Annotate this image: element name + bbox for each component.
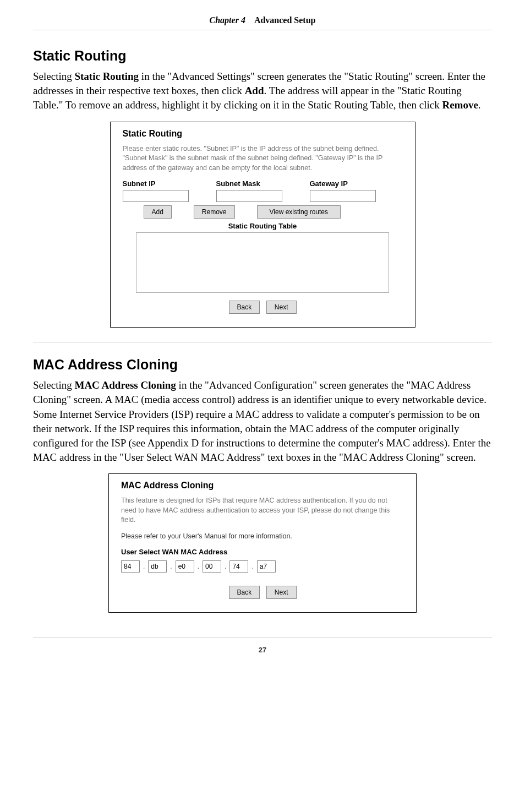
static-routing-table[interactable] — [136, 232, 389, 293]
mac-cloning-screenshot: MAC Address Cloning This feature is desi… — [108, 473, 417, 613]
section2-paragraph: Selecting MAC Address Cloning in the "Ad… — [33, 378, 492, 465]
next-button[interactable]: Next — [266, 301, 297, 314]
mac-octet-2[interactable] — [148, 560, 167, 573]
mac-address-fields: . . . . . — [121, 560, 404, 573]
chapter-title: Advanced Setup — [254, 15, 316, 25]
page-number: 27 — [259, 646, 266, 654]
mac-octet-3[interactable] — [176, 560, 194, 573]
shot-title: Static Routing — [123, 129, 403, 139]
mac-octet-6[interactable] — [257, 560, 276, 573]
subnet-ip-label: Subnet IP — [123, 179, 189, 188]
remove-button[interactable]: Remove — [194, 205, 235, 219]
static-routing-table-label: Static Routing Table — [123, 222, 403, 230]
subnet-mask-input[interactable] — [216, 190, 282, 202]
divider — [33, 30, 492, 30]
gateway-ip-input[interactable] — [310, 190, 376, 202]
gateway-ip-label: Gateway IP — [310, 179, 376, 188]
user-select-wan-mac-label: User Select WAN MAC Address — [121, 548, 404, 556]
section-heading-static-routing: Static Routing — [33, 48, 492, 64]
shot-desc2: Please refer to your User's Manual for m… — [121, 532, 404, 542]
shot-desc: Please enter static routes. "Subnet IP" … — [123, 144, 403, 173]
next-button[interactable]: Next — [266, 586, 297, 599]
mac-octet-1[interactable] — [121, 560, 140, 573]
mac-octet-4[interactable] — [203, 560, 221, 573]
section-heading-mac-cloning: MAC Address Cloning — [33, 357, 492, 373]
back-button[interactable]: Back — [229, 586, 260, 599]
subnet-ip-input[interactable] — [123, 190, 189, 202]
divider — [33, 342, 492, 342]
back-button[interactable]: Back — [229, 301, 260, 314]
page-footer: 27 — [33, 626, 492, 654]
shot-title: MAC Address Cloning — [121, 481, 404, 491]
subnet-mask-label: Subnet Mask — [216, 179, 282, 188]
chapter-label: Chapter 4 — [210, 15, 245, 25]
add-button[interactable]: Add — [144, 205, 172, 219]
shot-desc1: This feature is designed for ISPs that r… — [121, 496, 404, 525]
static-routing-screenshot: Static Routing Please enter static route… — [110, 122, 415, 328]
section1-paragraph: Selecting Static Routing in the "Advance… — [33, 69, 492, 113]
view-existing-routes-button[interactable]: View existing routes — [257, 205, 341, 219]
mac-octet-5[interactable] — [229, 560, 248, 573]
